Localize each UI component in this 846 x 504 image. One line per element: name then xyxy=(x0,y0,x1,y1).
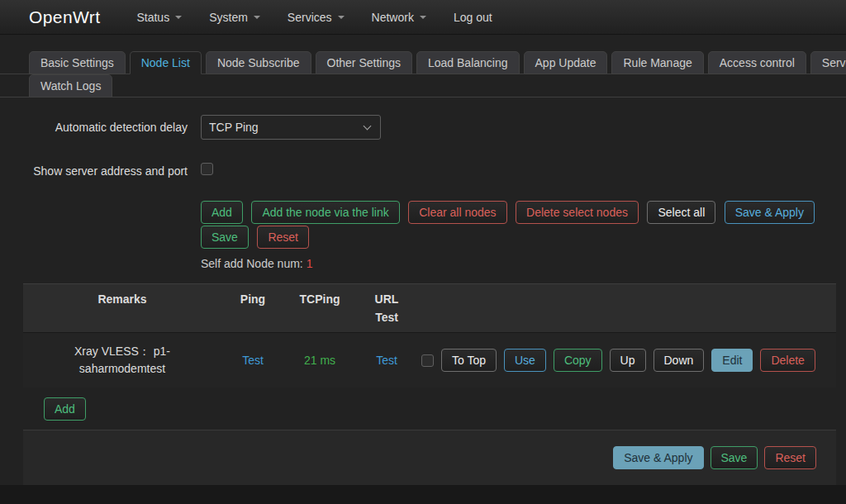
caret-down-icon xyxy=(338,16,345,19)
node-actions: Add Add the node via the link Clear all … xyxy=(201,201,836,250)
node-controls-cell: To Top Use Copy Up Down Edit Delete xyxy=(418,333,836,388)
caret-down-icon xyxy=(175,16,182,19)
node-ping-cell: Test xyxy=(221,333,284,388)
header-controls xyxy=(418,284,836,333)
nav-status[interactable]: Status xyxy=(136,11,182,24)
node-actions-row-2: Save Reset xyxy=(201,226,836,250)
caret-down-icon xyxy=(254,16,260,19)
header-ping: Ping xyxy=(221,284,284,333)
caret-down-icon xyxy=(420,16,426,19)
page-body: Basic Settings Node List Node Subscribe … xyxy=(0,35,846,485)
tabs-row-1: Basic Settings Node List Node Subscribe … xyxy=(0,51,846,74)
detection-delay-select[interactable]: TCP Ping xyxy=(201,115,381,140)
reset-footer-button[interactable]: Reset xyxy=(764,446,816,469)
nav-system[interactable]: System xyxy=(209,11,260,24)
tab-basic-settings[interactable]: Basic Settings xyxy=(29,51,126,74)
brand-logo[interactable]: OpenWrt xyxy=(29,7,100,27)
self-add-node-count: 1 xyxy=(307,257,313,270)
node-table-header: Remarks Ping TCPing URL Test xyxy=(23,284,836,333)
tab-load-balancing[interactable]: Load Balancing xyxy=(416,51,520,74)
delete-button[interactable]: Delete xyxy=(760,349,815,372)
detection-delay-row: Automatic detection delay TCP Ping xyxy=(23,115,836,140)
header-remarks: Remarks xyxy=(23,284,221,333)
node-list-section: Automatic detection delay TCP Ping Show … xyxy=(0,115,846,485)
node-remarks-cell: Xray VLESS： p1-saharmodemtest xyxy=(23,333,221,388)
node-urltest-cell: Test xyxy=(355,333,418,388)
node-remarks: Xray VLESS： p1-saharmodemtest xyxy=(55,343,191,378)
to-top-button[interactable]: To Top xyxy=(441,349,497,372)
clear-all-nodes-button[interactable]: Clear all nodes xyxy=(408,201,506,224)
self-add-node-label: Self add Node num: xyxy=(201,257,303,270)
nav-network[interactable]: Network xyxy=(372,11,426,24)
tab-node-list[interactable]: Node List xyxy=(130,51,202,74)
save-apply-top-button[interactable]: Save & Apply xyxy=(725,201,815,224)
show-server-row: Show server address and port xyxy=(23,163,836,178)
up-button[interactable]: Up xyxy=(610,349,646,372)
add-node-button[interactable]: Add xyxy=(44,397,86,421)
save-footer-button[interactable]: Save xyxy=(711,446,758,469)
show-server-label: Show server address and port xyxy=(23,164,194,178)
node-table: Remarks Ping TCPing URL Test Xray VLESS：… xyxy=(23,283,836,388)
copy-button[interactable]: Copy xyxy=(554,349,602,372)
nav-logout-label: Log out xyxy=(454,11,492,24)
tab-app-update[interactable]: App Update xyxy=(524,51,608,74)
detection-delay-select-wrap: TCP Ping xyxy=(201,115,381,140)
tab-other-settings[interactable]: Other Settings xyxy=(316,51,413,74)
save-apply-footer-button[interactable]: Save & Apply xyxy=(613,446,703,469)
nav-services-label: Services xyxy=(288,11,332,24)
show-server-checkbox[interactable] xyxy=(201,163,213,175)
add-button[interactable]: Add xyxy=(201,201,243,224)
nav-network-label: Network xyxy=(372,11,414,24)
nav-logout[interactable]: Log out xyxy=(454,11,492,24)
nav-services[interactable]: Services xyxy=(288,11,345,24)
delete-select-nodes-button[interactable]: Delete select nodes xyxy=(516,201,639,224)
nav-system-label: System xyxy=(209,11,248,24)
node-tcping-cell: 21 ms xyxy=(284,333,355,388)
tab-server-side[interactable]: Server-Side xyxy=(810,51,846,74)
header-url-test: URL Test xyxy=(355,284,418,333)
select-all-button[interactable]: Select all xyxy=(647,201,715,224)
use-button[interactable]: Use xyxy=(504,349,546,372)
url-test-link[interactable]: Test xyxy=(376,354,397,367)
node-actions-row-1: Add Add the node via the link Clear all … xyxy=(201,201,836,225)
reset-top-button[interactable]: Reset xyxy=(257,226,309,249)
tab-rule-manage[interactable]: Rule Manage xyxy=(611,51,703,74)
table-row: Xray VLESS： p1-saharmodemtest Test 21 ms… xyxy=(23,333,836,388)
tab-node-subscribe[interactable]: Node Subscribe xyxy=(206,51,311,74)
ping-test-link[interactable]: Test xyxy=(242,354,264,367)
top-navbar: OpenWrt Status System Services Network L… xyxy=(0,0,846,35)
add-node-via-link-button[interactable]: Add the node via the link xyxy=(251,201,399,224)
save-top-button[interactable]: Save xyxy=(201,226,249,249)
tab-watch-logs[interactable]: Watch Logs xyxy=(29,74,112,97)
header-tcping: TCPing xyxy=(284,284,355,333)
tab-access-control[interactable]: Access control xyxy=(708,51,806,74)
node-select-checkbox[interactable] xyxy=(421,354,434,367)
page-actions-bar: Save & Apply Save Reset xyxy=(23,430,836,485)
nav-status-label: Status xyxy=(136,11,169,24)
down-button[interactable]: Down xyxy=(654,349,705,372)
detection-delay-label: Automatic detection delay xyxy=(23,121,194,134)
tcping-result: 21 ms xyxy=(304,354,335,367)
tabs-row-2: Watch Logs xyxy=(0,74,846,97)
edit-button[interactable]: Edit xyxy=(711,349,753,372)
self-add-node-note: Self add Node num:1 xyxy=(201,257,836,270)
